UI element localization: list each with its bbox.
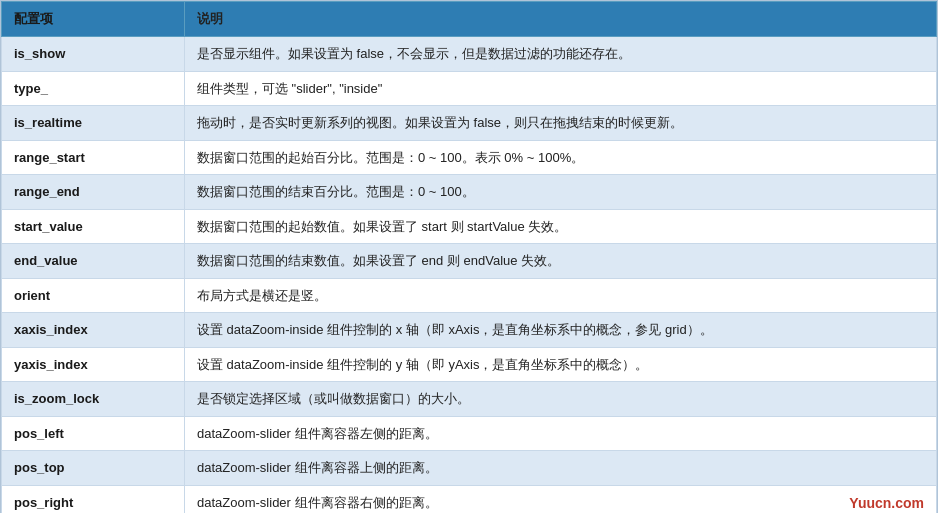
description-cell: 数据窗口范围的结束百分比。范围是：0 ~ 100。	[185, 175, 937, 210]
description-cell: 设置 dataZoom-inside 组件控制的 x 轴（即 xAxis，是直角…	[185, 313, 937, 348]
config-cell: is_show	[2, 37, 185, 72]
config-cell: pos_top	[2, 451, 185, 486]
config-cell: pos_left	[2, 416, 185, 451]
description-cell: 拖动时，是否实时更新系列的视图。如果设置为 false，则只在拖拽结束的时候更新…	[185, 106, 937, 141]
description-cell: 是否显示组件。如果设置为 false，不会显示，但是数据过滤的功能还存在。	[185, 37, 937, 72]
config-cell: is_realtime	[2, 106, 185, 141]
description-cell: Yuucn.comdataZoom-slider 组件离容器右侧的距离。	[185, 485, 937, 513]
main-table-container: 配置项 说明 is_show是否显示组件。如果设置为 false，不会显示，但是…	[0, 0, 938, 513]
table-row: pos_rightYuucn.comdataZoom-slider 组件离容器右…	[2, 485, 937, 513]
header-config: 配置项	[2, 2, 185, 37]
table-header-row: 配置项 说明	[2, 2, 937, 37]
config-cell: is_zoom_lock	[2, 382, 185, 417]
config-cell: pos_right	[2, 485, 185, 513]
table-row: range_end数据窗口范围的结束百分比。范围是：0 ~ 100。	[2, 175, 937, 210]
table-row: is_show是否显示组件。如果设置为 false，不会显示，但是数据过滤的功能…	[2, 37, 937, 72]
table-row: type_组件类型，可选 "slider", "inside"	[2, 71, 937, 106]
description-cell: dataZoom-slider 组件离容器上侧的距离。	[185, 451, 937, 486]
table-row: is_zoom_lock是否锁定选择区域（或叫做数据窗口）的大小。	[2, 382, 937, 417]
table-row: range_start数据窗口范围的起始百分比。范围是：0 ~ 100。表示 0…	[2, 140, 937, 175]
description-cell: 数据窗口范围的结束数值。如果设置了 end 则 endValue 失效。	[185, 244, 937, 279]
config-cell: type_	[2, 71, 185, 106]
config-table: 配置项 说明 is_show是否显示组件。如果设置为 false，不会显示，但是…	[1, 1, 937, 513]
table-row: pos_topdataZoom-slider 组件离容器上侧的距离。	[2, 451, 937, 486]
table-row: orient布局方式是横还是竖。	[2, 278, 937, 313]
config-cell: range_end	[2, 175, 185, 210]
table-row: xaxis_index设置 dataZoom-inside 组件控制的 x 轴（…	[2, 313, 937, 348]
watermark-text: Yuucn.com	[849, 493, 924, 514]
config-cell: xaxis_index	[2, 313, 185, 348]
config-cell: end_value	[2, 244, 185, 279]
config-cell: range_start	[2, 140, 185, 175]
config-cell: yaxis_index	[2, 347, 185, 382]
config-cell: orient	[2, 278, 185, 313]
description-cell: 组件类型，可选 "slider", "inside"	[185, 71, 937, 106]
table-row: is_realtime拖动时，是否实时更新系列的视图。如果设置为 false，则…	[2, 106, 937, 141]
description-cell: 数据窗口范围的起始百分比。范围是：0 ~ 100。表示 0% ~ 100%。	[185, 140, 937, 175]
table-row: end_value数据窗口范围的结束数值。如果设置了 end 则 endValu…	[2, 244, 937, 279]
table-row: start_value数据窗口范围的起始数值。如果设置了 start 则 sta…	[2, 209, 937, 244]
header-description: 说明	[185, 2, 937, 37]
config-cell: start_value	[2, 209, 185, 244]
description-cell: 设置 dataZoom-inside 组件控制的 y 轴（即 yAxis，是直角…	[185, 347, 937, 382]
description-cell: dataZoom-slider 组件离容器左侧的距离。	[185, 416, 937, 451]
description-cell: 数据窗口范围的起始数值。如果设置了 start 则 startValue 失效。	[185, 209, 937, 244]
table-row: yaxis_index设置 dataZoom-inside 组件控制的 y 轴（…	[2, 347, 937, 382]
description-cell: 布局方式是横还是竖。	[185, 278, 937, 313]
table-row: pos_leftdataZoom-slider 组件离容器左侧的距离。	[2, 416, 937, 451]
description-cell: 是否锁定选择区域（或叫做数据窗口）的大小。	[185, 382, 937, 417]
